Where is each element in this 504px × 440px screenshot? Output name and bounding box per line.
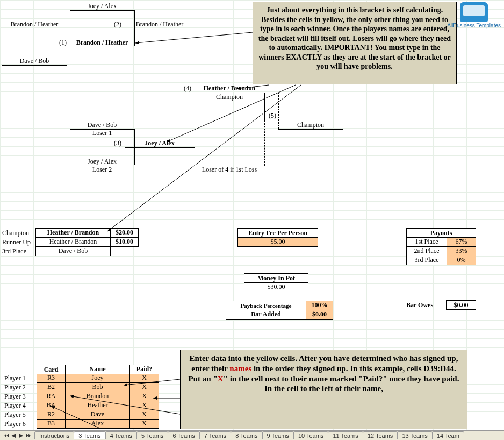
svg-line-4 <box>124 379 180 385</box>
sheet-tab[interactable]: 11 Teams <box>328 431 363 439</box>
sheet-tab[interactable]: 14 Team <box>432 431 464 439</box>
tab-next-icon[interactable]: ▶ <box>17 432 25 439</box>
arrow-lines <box>0 0 504 440</box>
sheet-tab[interactable]: 5 Teams <box>136 431 168 439</box>
sheet-tab[interactable]: 4 Teams <box>105 431 137 439</box>
tab-first-icon[interactable]: ⏮ <box>2 432 10 439</box>
tab-prev-icon[interactable]: ◀ <box>10 432 17 439</box>
svg-line-1 <box>236 85 269 89</box>
sheet-tab-bar: ⏮ ◀ ▶ ⏭ Instructions3 Teams4 Teams5 Team… <box>0 430 504 440</box>
sheet-tab[interactable]: 10 Teams <box>293 431 329 439</box>
sheet-tab[interactable]: Instructions <box>34 431 74 439</box>
sheet-tab[interactable]: 12 Teams <box>363 431 398 439</box>
tab-last-icon[interactable]: ⏭ <box>25 432 32 439</box>
svg-line-2 <box>167 85 296 142</box>
sheet-tab[interactable]: 7 Teams <box>199 431 231 439</box>
sheet-tab[interactable]: 9 Teams <box>262 431 294 439</box>
svg-line-7 <box>51 406 102 429</box>
sheet-tab[interactable]: 8 Teams <box>231 431 262 439</box>
logo: AllBusiness Templates <box>447 2 501 29</box>
sheet-tab[interactable]: 13 Teams <box>397 431 433 439</box>
sheet-tab[interactable]: 6 Teams <box>168 431 199 439</box>
svg-line-3 <box>107 85 301 231</box>
svg-line-6 <box>70 396 180 414</box>
laptop-icon <box>460 2 488 22</box>
tab-nav: ⏮ ◀ ▶ ⏭ <box>0 432 34 439</box>
sheet-tab[interactable]: 3 Teams <box>74 431 105 439</box>
logo-text: AllBusiness Templates <box>447 23 501 29</box>
svg-line-0 <box>135 32 253 43</box>
